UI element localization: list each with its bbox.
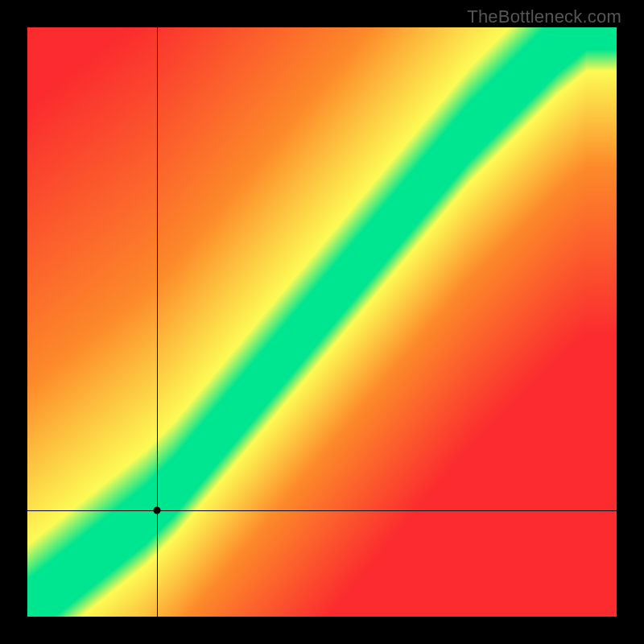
watermark-text: TheBottleneck.com <box>467 6 621 27</box>
data-point-marker <box>154 507 161 514</box>
crosshair-horizontal <box>27 510 617 511</box>
heatmap-canvas <box>27 27 617 617</box>
crosshair-vertical <box>157 27 158 617</box>
chart-frame: TheBottleneck.com <box>0 0 644 644</box>
heatmap-plot <box>27 27 617 617</box>
